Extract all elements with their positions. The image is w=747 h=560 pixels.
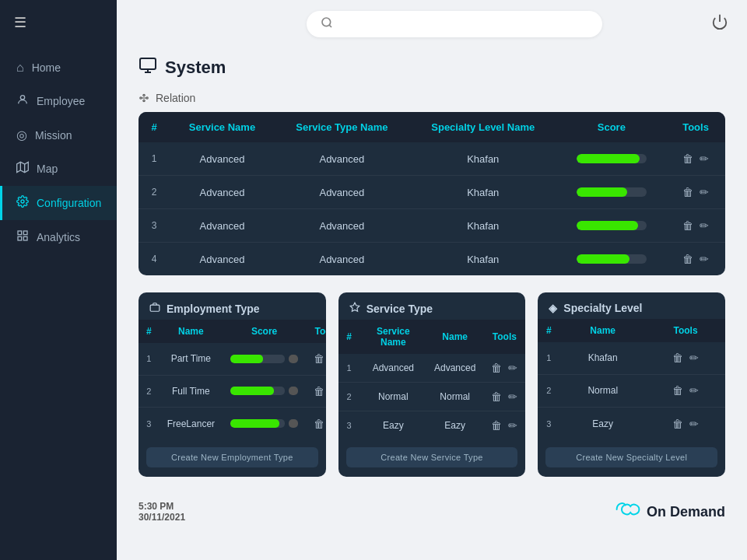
delete-icon[interactable]: 🗑 xyxy=(491,362,502,374)
list-item: 2 Full Time 🗑✏ xyxy=(139,375,326,408)
employment-table: # Name Score Tools 1 Part Time 🗑✏ 2 Full… xyxy=(139,320,326,439)
edit-icon[interactable]: ✏ xyxy=(689,384,699,397)
delete-icon[interactable]: 🗑 xyxy=(491,390,502,403)
row-score xyxy=(557,142,666,176)
delete-icon[interactable]: 🗑 xyxy=(682,186,693,198)
search-input[interactable] xyxy=(339,18,588,30)
delete-icon[interactable]: 🗑 xyxy=(672,352,683,364)
row-num: 1 xyxy=(139,142,170,176)
delete-icon[interactable]: 🗑 xyxy=(314,418,324,430)
delete-icon[interactable]: 🗑 xyxy=(491,419,502,432)
sidebar-label-home: Home xyxy=(32,61,61,74)
footer-time: 5:30 PM xyxy=(139,501,185,512)
table-row: 2 Advanced Advanced Khafan 🗑 ✏ xyxy=(139,176,725,209)
delete-icon[interactable]: 🗑 xyxy=(672,384,683,397)
specialty-level-title: ◈ Specialty Level xyxy=(538,292,725,319)
sl-col-num: # xyxy=(538,319,559,342)
sidebar-item-home[interactable]: ⌂ Home xyxy=(0,51,117,84)
bottom-row: Employment Type # Name Score Tools 1 Par… xyxy=(139,292,725,477)
sidebar-item-configuration[interactable]: Configuration xyxy=(0,186,117,220)
sidebar-label-mission: Mission xyxy=(35,129,72,142)
create-employment-btn[interactable]: Create New Employment Type xyxy=(146,447,318,467)
row-tools: 🗑 ✏ xyxy=(666,209,725,243)
row-tools: 🗑 ✏ xyxy=(666,176,725,209)
list-item: 2 Normal 🗑✏ xyxy=(538,374,725,407)
sidebar-item-analytics[interactable]: Analytics xyxy=(0,220,117,254)
sidebar-label-configuration: Configuration xyxy=(37,197,101,209)
row-num: 3 xyxy=(139,209,170,243)
row-service-name: Advanced xyxy=(170,176,275,209)
edit-icon[interactable]: ✏ xyxy=(508,362,517,374)
row-tools: 🗑 ✏ xyxy=(666,243,725,276)
row-service-type: Advanced xyxy=(275,176,409,209)
delete-icon[interactable]: 🗑 xyxy=(682,253,693,265)
page-title-text: System xyxy=(165,58,226,78)
svg-point-19 xyxy=(143,100,145,101)
edit-icon[interactable]: ✏ xyxy=(508,390,517,403)
svg-rect-6 xyxy=(23,231,27,235)
sidebar-item-map[interactable]: Map xyxy=(0,152,117,186)
delete-icon[interactable]: 🗑 xyxy=(682,219,693,232)
row-tools: 🗑 ✏ xyxy=(666,142,725,176)
edit-icon[interactable]: ✏ xyxy=(689,418,699,430)
col-service-type: Service Type Name xyxy=(275,112,409,142)
et-col-name: Name xyxy=(160,320,223,343)
topbar xyxy=(117,0,747,48)
svg-rect-7 xyxy=(18,236,22,240)
search-icon xyxy=(321,16,333,32)
svg-line-10 xyxy=(329,25,331,27)
table-row: 4 Advanced Advanced Khafan 🗑 ✏ xyxy=(139,243,725,276)
row-service-type: Advanced xyxy=(275,209,409,243)
sidebar-item-employee[interactable]: Employee xyxy=(0,84,117,118)
list-item: 2 Normal Normal 🗑✏ xyxy=(338,383,526,411)
map-icon xyxy=(16,161,29,177)
row-service-type: Advanced xyxy=(275,243,409,276)
edit-icon[interactable]: ✏ xyxy=(700,186,709,198)
svg-point-4 xyxy=(21,200,24,203)
employee-icon xyxy=(16,93,29,109)
create-service-type-btn[interactable]: Create New Service Type xyxy=(346,447,518,467)
sl-col-name: Name xyxy=(559,319,646,342)
sidebar-item-mission[interactable]: ◎ Mission xyxy=(0,118,117,152)
edit-icon[interactable]: ✏ xyxy=(689,352,699,364)
delete-icon[interactable]: 🗑 xyxy=(314,385,324,397)
svg-rect-8 xyxy=(23,236,27,240)
col-score: Score xyxy=(557,112,666,142)
row-score xyxy=(557,176,666,209)
sidebar: ☰ ⌂ Home Employee ◎ Mission Map Configur… xyxy=(0,0,117,560)
brand-icon xyxy=(615,500,640,523)
brand-name: On Demand xyxy=(647,504,725,520)
create-specialty-btn[interactable]: Create New Specialty Level xyxy=(545,447,717,467)
list-item: 3 FreeLancer 🗑✏ xyxy=(139,408,326,439)
sidebar-label-analytics: Analytics xyxy=(37,231,80,243)
hamburger-menu[interactable]: ☰ xyxy=(0,0,117,45)
delete-icon[interactable]: 🗑 xyxy=(672,418,683,430)
svg-point-0 xyxy=(20,96,24,100)
et-col-tools: Tools xyxy=(306,320,326,343)
edit-icon[interactable]: ✏ xyxy=(700,253,709,265)
edit-icon[interactable]: ✏ xyxy=(700,219,709,232)
edit-icon[interactable]: ✏ xyxy=(508,419,517,432)
row-service-name: Advanced xyxy=(170,243,275,276)
footer-datetime: 5:30 PM 30/11/2021 xyxy=(139,501,185,523)
row-service-name: Advanced xyxy=(170,209,275,243)
svg-rect-20 xyxy=(150,305,160,311)
service-type-card: Service Type # Service Name Name Tools 1… xyxy=(338,292,526,477)
list-item: 1 Advanced Advanced 🗑✏ xyxy=(338,354,526,383)
delete-icon[interactable]: 🗑 xyxy=(314,352,324,365)
list-item: 3 Eazy Eazy 🗑✏ xyxy=(338,411,526,440)
power-button[interactable] xyxy=(711,13,728,35)
service-type-title: Service Type xyxy=(338,292,526,320)
search-bar[interactable] xyxy=(307,11,602,37)
col-service-name: Service Name xyxy=(170,112,275,142)
sidebar-nav: ⌂ Home Employee ◎ Mission Map Configurat… xyxy=(0,45,117,560)
employment-type-title: Employment Type xyxy=(139,292,326,320)
page-title: System xyxy=(139,56,725,79)
specialty-table: # Name Tools 1 Khafan 🗑✏ 2 Normal 🗑✏ 3 E… xyxy=(538,319,725,439)
employment-type-card: Employment Type # Name Score Tools 1 Par… xyxy=(139,292,326,477)
svg-rect-12 xyxy=(140,58,156,69)
edit-icon[interactable]: ✏ xyxy=(700,152,709,165)
delete-icon[interactable]: 🗑 xyxy=(682,152,693,165)
footer-date: 30/11/2021 xyxy=(139,512,185,523)
footer: 5:30 PM 30/11/2021 On Demand xyxy=(117,492,747,530)
